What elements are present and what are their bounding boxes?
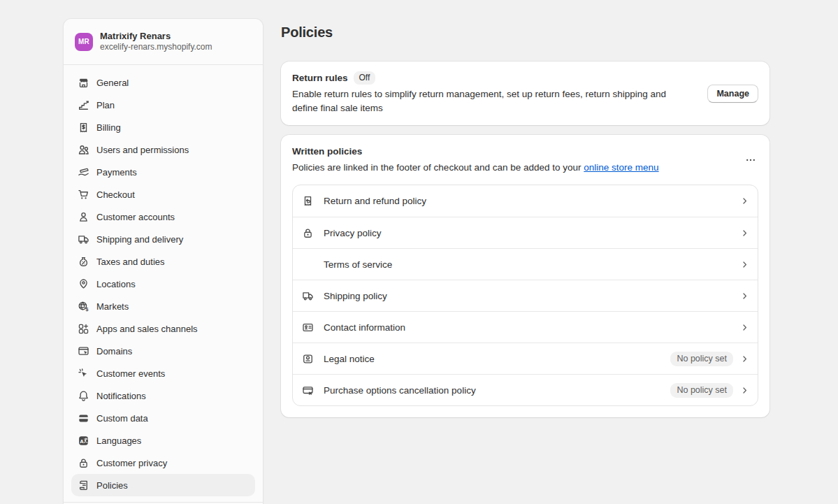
written-policies-description-text: Policies are linked in the footer of che… xyxy=(292,162,584,173)
chevron-right-icon xyxy=(740,323,749,332)
lock-icon xyxy=(301,227,315,239)
policy-row-label: Return and refund policy xyxy=(324,196,740,206)
apps-icon xyxy=(77,323,90,335)
settings-sidebar: MR Matrixify Renars excelify-renars.mysh… xyxy=(63,18,263,504)
written-policies-card: Written policies Policies are linked in … xyxy=(281,135,770,417)
truck-icon xyxy=(301,290,315,302)
users-icon xyxy=(77,144,90,156)
sidebar-item-customer-accounts[interactable]: Customer accounts xyxy=(71,206,255,228)
sidebar-item-label: Payments xyxy=(96,167,137,178)
chevron-right-icon xyxy=(740,260,749,269)
policy-row-label: Contact information xyxy=(324,322,740,333)
cart-icon xyxy=(77,189,90,201)
sidebar-divider xyxy=(64,502,263,503)
policy-row-return-and-refund-policy[interactable]: Return and refund policy xyxy=(293,185,758,217)
policy-row-label: Privacy policy xyxy=(324,228,740,238)
policy-list: Return and refund policyPrivacy policyTe… xyxy=(292,185,758,406)
sidebar-item-label: Notifications xyxy=(96,391,146,401)
sidebar-item-label: Markets xyxy=(96,301,129,312)
store-avatar: MR xyxy=(75,33,93,51)
sidebar-item-label: Custom data xyxy=(96,413,148,424)
online-store-menu-link[interactable]: online store menu xyxy=(584,162,658,173)
chevron-right-icon xyxy=(740,386,749,395)
return-rules-title: Return rules xyxy=(292,73,348,83)
policy-row-privacy-policy[interactable]: Privacy policy xyxy=(293,217,758,248)
sidebar-item-languages[interactable]: ALanguages xyxy=(71,429,255,452)
store-domain: excelify-renars.myshopify.com xyxy=(100,42,212,52)
settings-page: { "colors": { "page_bg": "#f1f1f1", "lin… xyxy=(0,0,838,504)
billing-icon xyxy=(77,122,90,134)
sidebar-item-label: Checkout xyxy=(96,189,135,200)
truck-icon xyxy=(77,233,90,245)
store-name: Matrixify Renars xyxy=(100,31,212,42)
sidebar-item-customer-privacy[interactable]: Customer privacy xyxy=(71,452,255,474)
policy-row-label: Terms of service xyxy=(324,259,740,270)
return-rules-status-badge: Off xyxy=(354,71,376,85)
payments-icon xyxy=(77,166,90,178)
policy-row-shipping-policy[interactable]: Shipping policy xyxy=(293,280,758,311)
sidebar-item-label: Customer accounts xyxy=(96,212,175,222)
svg-text:$: $ xyxy=(85,307,88,312)
chevron-right-icon xyxy=(740,229,749,238)
sidebar-item-users-and-permissions[interactable]: Users and permissions xyxy=(71,138,255,161)
page-title: Policies xyxy=(281,24,770,41)
customer-events-icon xyxy=(77,368,90,380)
chevron-right-icon xyxy=(740,196,749,206)
policy-row-label: Legal notice xyxy=(324,354,670,364)
sidebar-item-taxes-and-duties[interactable]: Taxes and duties xyxy=(71,250,255,273)
bell-icon xyxy=(77,390,90,402)
policy-status-badge: No policy set xyxy=(670,352,733,366)
sidebar-item-shipping-and-delivery[interactable]: Shipping and delivery xyxy=(71,228,255,250)
policy-row-contact-information[interactable]: Contact information xyxy=(293,311,758,343)
sidebar-item-plan[interactable]: Plan xyxy=(71,94,255,116)
policy-row-purchase-options-cancellation-policy[interactable]: Purchase options cancellation policyNo p… xyxy=(293,374,758,405)
sidebar-item-general[interactable]: General xyxy=(71,71,255,94)
sidebar-item-label: Locations xyxy=(96,279,136,289)
sidebar-item-notifications[interactable]: Notifications xyxy=(71,384,255,407)
written-policies-title: Written policies xyxy=(292,145,758,158)
return-rules-card: Return rulesOff Enable return rules to s… xyxy=(281,62,770,125)
svg-text:A: A xyxy=(80,438,84,444)
sidebar-item-label: Users and permissions xyxy=(96,145,189,155)
chevron-right-icon xyxy=(740,354,749,363)
settings-nav: GeneralPlanBillingUsers and permissionsP… xyxy=(64,65,263,496)
more-actions-button[interactable] xyxy=(742,154,760,168)
policy-row-label: Shipping policy xyxy=(324,291,740,301)
return-rules-description: Enable return rules to simplify return m… xyxy=(292,87,692,115)
return-rules-header: Return rulesOff xyxy=(292,71,758,85)
sidebar-item-customer-events[interactable]: Customer events xyxy=(71,362,255,384)
sidebar-item-apps-and-sales-channels[interactable]: Apps and sales channels xyxy=(71,317,255,340)
languages-icon: A xyxy=(77,435,90,447)
plan-icon xyxy=(77,99,90,111)
sidebar-item-label: Billing xyxy=(96,122,121,133)
card-cancel-icon xyxy=(301,384,315,396)
sidebar-item-checkout[interactable]: Checkout xyxy=(71,183,255,206)
sidebar-item-label: Customer privacy xyxy=(96,458,167,468)
markets-globe-icon: $ xyxy=(77,301,90,312)
sidebar-item-custom-data[interactable]: Custom data xyxy=(71,407,255,429)
sidebar-item-markets[interactable]: $Markets xyxy=(71,295,255,317)
policy-row-terms-of-service[interactable]: Terms of service xyxy=(293,248,758,280)
store-meta: Matrixify Renars excelify-renars.myshopi… xyxy=(100,31,212,52)
sidebar-item-label: Shipping and delivery xyxy=(96,234,183,245)
sidebar-item-label: Taxes and duties xyxy=(96,257,165,267)
sidebar-item-domains[interactable]: Domains xyxy=(71,340,255,362)
domains-icon xyxy=(77,345,90,357)
sidebar-item-payments[interactable]: Payments xyxy=(71,161,255,183)
manage-button[interactable]: Manage xyxy=(707,85,758,103)
policy-row-label: Purchase options cancellation policy xyxy=(324,385,670,396)
legal-stamp-icon xyxy=(301,353,315,365)
policy-row-legal-notice[interactable]: Legal noticeNo policy set xyxy=(293,343,758,374)
terms-scroll-icon xyxy=(301,259,315,271)
sidebar-item-label: General xyxy=(96,78,129,88)
sidebar-item-label: Domains xyxy=(96,346,132,357)
sidebar-item-locations[interactable]: Locations xyxy=(71,273,255,295)
location-pin-icon xyxy=(77,278,90,290)
written-policies-description: Policies are linked in the footer of che… xyxy=(292,161,692,175)
store-initials: MR xyxy=(78,38,89,45)
main-content: Policies Return rulesOff Enable return r… xyxy=(281,0,770,417)
sidebar-item-policies[interactable]: Policies xyxy=(71,474,255,496)
sidebar-item-label: Customer events xyxy=(96,368,165,379)
sidebar-item-billing[interactable]: Billing xyxy=(71,116,255,138)
chevron-right-icon xyxy=(740,291,749,301)
